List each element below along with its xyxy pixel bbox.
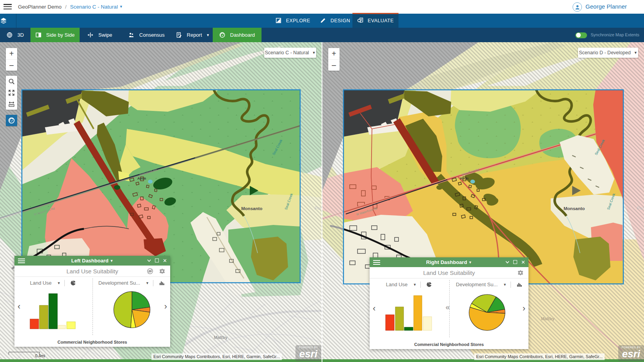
svg-text:Monsanto: Monsanto [564, 206, 585, 211]
svg-text:Avon: Avon [460, 177, 468, 180]
svg-text:Maltby: Maltby [214, 335, 228, 340]
svg-text:Avon: Avon [137, 177, 146, 180]
svg-text:Monsanto: Monsanto [241, 206, 262, 211]
svg-text:Maltby: Maltby [541, 316, 555, 321]
